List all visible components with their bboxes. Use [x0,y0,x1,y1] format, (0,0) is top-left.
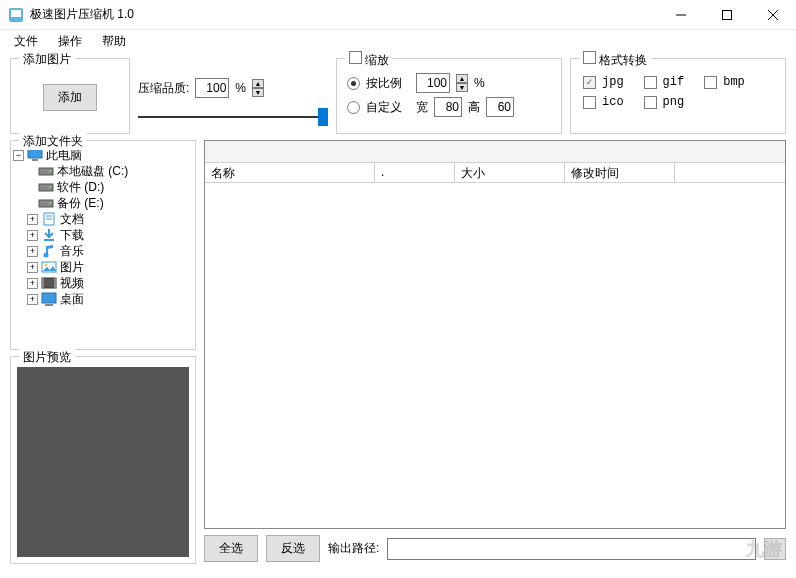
invert-select-button[interactable]: 反选 [266,535,320,562]
menu-operation[interactable]: 操作 [50,31,90,52]
doc-icon [41,212,57,226]
gif-checkbox[interactable] [644,76,657,89]
svg-rect-21 [42,278,56,288]
format-legend: 格式转换 [599,53,647,67]
svg-rect-22 [42,278,44,288]
ico-label: ico [602,95,624,109]
svg-rect-25 [45,304,53,306]
scale-legend: 缩放 [365,53,389,67]
quality-input[interactable] [195,78,229,98]
expand-icon[interactable]: + [27,262,38,273]
expand-icon[interactable]: + [27,246,38,257]
window-title: 极速图片压缩机 1.0 [30,6,658,23]
format-group: 格式转换 jpg gif bmp ico png [570,58,786,134]
custom-radio[interactable] [347,101,360,114]
add-button[interactable]: 添加 [43,84,97,111]
format-checkbox[interactable] [583,51,596,64]
tree-item[interactable]: +桌面 [13,291,193,307]
image-icon [41,260,57,274]
gif-label: gif [663,75,685,89]
ratio-unit: % [474,76,485,90]
svg-rect-24 [42,293,56,303]
folder-tree-group: 添加文件夹 −此电脑本地磁盘 (C:)软件 (D:)备份 (E:)+文档+下载+… [10,140,196,350]
menu-file[interactable]: 文件 [6,31,46,52]
svg-rect-12 [39,200,53,207]
expand-icon[interactable]: + [27,230,38,241]
menubar: 文件 操作 帮助 [0,30,796,52]
scale-checkbox[interactable] [349,51,362,64]
svg-rect-7 [32,159,38,161]
quality-spinner[interactable]: ▲▼ [252,79,264,97]
folder-tree[interactable]: −此电脑本地磁盘 (C:)软件 (D:)备份 (E:)+文档+下载+音乐+图片+… [13,147,193,307]
svg-point-13 [49,202,51,204]
col-size[interactable]: 大小 [455,163,565,182]
quality-slider[interactable] [138,116,328,118]
jpg-checkbox[interactable] [583,76,596,89]
scale-group: 缩放 按比例 ▲▼ % 自定义 宽 高 [336,58,562,134]
tree-item[interactable]: +音乐 [13,243,193,259]
preview-group: 图片预览 [10,356,196,564]
minimize-button[interactable] [658,0,704,30]
pc-icon [27,148,43,162]
ratio-radio[interactable] [347,77,360,90]
tree-item[interactable]: +文档 [13,211,193,227]
titlebar: 极速图片压缩机 1.0 [0,0,796,30]
file-list[interactable]: 名称 . 大小 修改时间 [204,140,786,529]
svg-point-9 [49,170,51,172]
folder-tree-legend: 添加文件夹 [19,133,87,150]
col-spacer [675,163,785,182]
svg-point-20 [45,264,48,267]
expand-icon[interactable]: + [27,214,38,225]
bottom-bar: 全选 反选 输出路径: [204,529,786,564]
ratio-spinner[interactable]: ▲▼ [456,74,468,92]
drive-icon [38,164,54,178]
maximize-button[interactable] [704,0,750,30]
svg-rect-10 [39,184,53,191]
output-path-input[interactable] [387,538,756,560]
tree-item[interactable]: 本地磁盘 (C:) [13,163,193,179]
width-label: 宽 [416,99,428,116]
svg-rect-8 [39,168,53,175]
watermark: 九游 [718,529,796,568]
tree-item[interactable]: 软件 (D:) [13,179,193,195]
height-label: 高 [468,99,480,116]
spin-up-icon[interactable]: ▲ [252,79,264,88]
width-input[interactable] [434,97,462,117]
jpg-label: jpg [602,75,624,89]
expand-icon[interactable]: + [27,278,38,289]
col-ext[interactable]: . [375,163,455,182]
drive-icon [38,180,54,194]
ratio-input[interactable] [416,73,450,93]
tree-item[interactable]: 备份 (E:) [13,195,193,211]
drive-icon [38,196,54,210]
menu-help[interactable]: 帮助 [94,31,134,52]
svg-point-18 [44,253,49,258]
close-button[interactable] [750,0,796,30]
svg-rect-23 [54,278,56,288]
add-image-group: 添加图片 添加 [10,58,130,134]
app-icon [8,7,24,23]
col-name[interactable]: 名称 [205,163,375,182]
bmp-checkbox[interactable] [704,76,717,89]
spin-down-icon[interactable]: ▼ [252,88,264,97]
ico-checkbox[interactable] [583,96,596,109]
svg-text:九游: 九游 [745,539,782,559]
col-mtime[interactable]: 修改时间 [565,163,675,182]
tree-item[interactable]: +视频 [13,275,193,291]
desktop-icon [41,292,57,306]
quality-group: 压缩品质: % ▲▼ [138,58,328,134]
custom-label: 自定义 [366,99,402,116]
tree-item[interactable]: +下载 [13,227,193,243]
tree-item[interactable]: +图片 [13,259,193,275]
collapse-icon[interactable]: − [13,150,24,161]
svg-rect-1 [11,10,21,17]
bmp-label: bmp [723,75,745,89]
png-checkbox[interactable] [644,96,657,109]
expand-icon[interactable]: + [27,294,38,305]
select-all-button[interactable]: 全选 [204,535,258,562]
quality-unit: % [235,81,246,95]
download-icon [41,228,57,242]
ratio-label: 按比例 [366,75,402,92]
height-input[interactable] [486,97,514,117]
music-icon [41,244,57,258]
